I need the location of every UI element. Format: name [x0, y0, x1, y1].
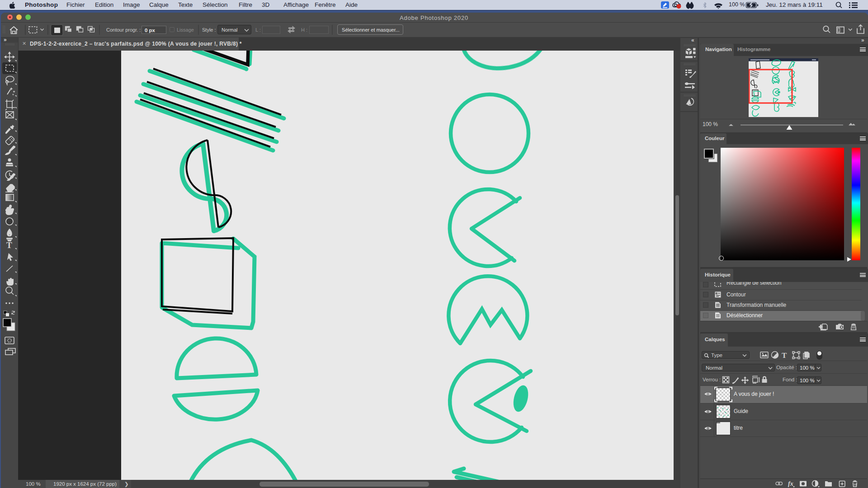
svg-text:T: T: [6, 240, 12, 250]
svg-text:fx: fx: [788, 480, 793, 487]
svg-text:T: T: [782, 351, 787, 360]
